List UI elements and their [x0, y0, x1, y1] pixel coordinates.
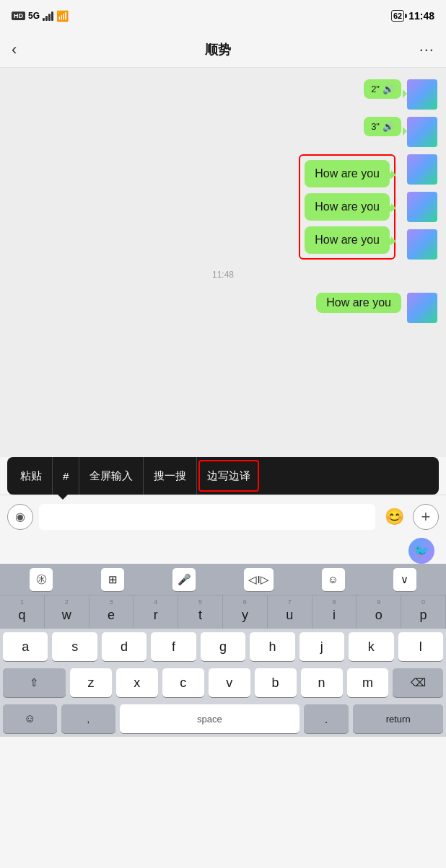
key-t[interactable]: 5t	[178, 595, 223, 629]
message-bubble-2[interactable]: How are you ▶	[305, 193, 390, 221]
time-display: 11:48	[408, 10, 434, 22]
key-p[interactable]: 0p	[401, 595, 446, 629]
bottom-row: ☺ , space . return	[0, 701, 446, 737]
toolbar-key-mic[interactable]: 🎤	[172, 568, 196, 591]
delete-key[interactable]: ⌫	[393, 668, 443, 697]
partial-text: How are you	[326, 296, 391, 309]
voice-duration-1: 2"	[371, 84, 380, 94]
mic-icon: 🎤	[178, 573, 191, 586]
key-b[interactable]: b	[255, 668, 297, 697]
hd-badge: HD	[12, 12, 25, 20]
chevron-down-icon: ∨	[401, 573, 408, 586]
voice-button[interactable]: ◉	[7, 504, 33, 530]
key-s[interactable]: s	[52, 632, 97, 661]
grid-icon: ⊞	[108, 573, 118, 586]
menu-item-search[interactable]: 搜一搜	[144, 457, 197, 495]
emoji-keyboard-key[interactable]: ☺	[3, 704, 57, 733]
bar3	[48, 14, 51, 21]
add-button[interactable]: +	[413, 504, 439, 530]
key-g[interactable]: g	[201, 632, 245, 661]
avatar-5	[407, 229, 437, 260]
selection-box: How are you ▶ How are you ▶ How are you …	[299, 154, 395, 260]
bar4	[51, 12, 53, 21]
input-area: ◉ 😊 +	[0, 495, 446, 538]
key-n[interactable]: n	[301, 668, 343, 697]
emoji-button[interactable]: 😊	[381, 504, 407, 530]
status-right: 62 11:48	[391, 10, 434, 22]
key-row-2: a s d f g h j k l	[0, 629, 446, 665]
key-v[interactable]: v	[209, 668, 250, 697]
menu-item-translate[interactable]: 边写边译	[198, 460, 259, 492]
selected-messages-group: How are you ▶ How are you ▶ How are you …	[9, 154, 437, 260]
translate-icon: 🐦	[414, 543, 429, 559]
wifi-icon: 📶	[56, 10, 69, 22]
message-bubble-1[interactable]: How are you ▶	[305, 160, 390, 187]
key-k[interactable]: k	[349, 632, 393, 661]
key-z[interactable]: z	[70, 668, 112, 697]
key-row-3: ⇧ z x c v b n m ⌫	[0, 665, 446, 701]
key-e[interactable]: 3e	[89, 595, 134, 629]
voice-bubble-1[interactable]: 2" 🔊	[364, 79, 401, 99]
more-button[interactable]: ···	[419, 40, 434, 59]
key-l[interactable]: l	[398, 632, 443, 661]
toolbar-key-ime[interactable]: ㊌	[30, 568, 53, 591]
key-x[interactable]: x	[116, 668, 158, 697]
key-r[interactable]: 4r	[134, 595, 178, 629]
toolbar-key-cursor[interactable]: ◁I▷	[244, 568, 273, 591]
keyboard-toolbar: ㊌ ⊞ 🎤 ◁I▷ ☺ ∨	[0, 564, 446, 595]
message-text-2: How are you	[315, 200, 380, 213]
voice-icon-1: 🔊	[382, 84, 394, 94]
key-q[interactable]: 1q	[0, 595, 45, 629]
message-input[interactable]	[39, 504, 375, 530]
voice-icon-2: 🔊	[382, 121, 394, 132]
key-d[interactable]: d	[102, 632, 147, 661]
key-j[interactable]: j	[299, 632, 344, 661]
emoji-icon: 😊	[385, 508, 404, 526]
key-u[interactable]: 7u	[268, 595, 312, 629]
partial-bubble: How are you	[316, 293, 401, 313]
keyboard: 1q 2w 3e 4r 5t 6y 7u 8i 9o 0p a s d f g …	[0, 595, 446, 737]
menu-item-paste[interactable]: 粘贴	[10, 457, 53, 495]
status-left: HD 5G 📶	[12, 10, 69, 22]
space-key[interactable]: space	[120, 704, 299, 733]
translate-avatar: 🐦	[408, 538, 434, 564]
message-text-1: How are you	[315, 167, 380, 180]
menu-item-hash[interactable]: #	[53, 457, 79, 495]
key-c[interactable]: c	[162, 668, 204, 697]
add-icon: +	[421, 508, 431, 526]
key-w[interactable]: 2w	[45, 595, 89, 629]
timestamp: 11:48	[9, 270, 437, 280]
nav-bar: ‹ 顺势 ···	[0, 32, 446, 68]
message-text-3: How are you	[315, 234, 380, 246]
toolbar-key-emoji[interactable]: ☺	[322, 568, 345, 591]
shift-key[interactable]: ⇧	[3, 668, 66, 697]
partial-message-row: How are you	[9, 293, 437, 323]
back-button[interactable]: ‹	[12, 40, 17, 59]
avatar-4	[407, 192, 437, 222]
translate-hint: 🐦	[0, 538, 446, 564]
message-row: 2" 🔊	[9, 79, 437, 110]
key-y[interactable]: 6y	[223, 595, 268, 629]
context-menu: 粘贴 # 全屏输入 搜一搜 边写边译	[7, 457, 439, 495]
message-bubble-3[interactable]: How are you ▶	[305, 226, 390, 254]
menu-item-fullscreen[interactable]: 全屏输入	[79, 457, 144, 495]
status-bar: HD 5G 📶 62 11:48	[0, 0, 446, 32]
voice-bubble-2[interactable]: 3" 🔊	[364, 117, 401, 136]
return-key[interactable]: return	[353, 704, 443, 733]
battery-indicator: 62	[391, 10, 404, 22]
period-key[interactable]: .	[304, 704, 349, 733]
toolbar-key-grid[interactable]: ⊞	[101, 568, 124, 591]
key-h[interactable]: h	[250, 632, 294, 661]
key-o[interactable]: 9o	[357, 595, 401, 629]
bar2	[45, 16, 48, 21]
chat-area: 2" 🔊 3" 🔊 How are you ▶ How are you ▶ Ho…	[0, 68, 446, 457]
toolbar-key-collapse[interactable]: ∨	[393, 568, 416, 591]
key-m[interactable]: m	[347, 668, 389, 697]
symbols-key[interactable]: ,	[61, 704, 115, 733]
key-i[interactable]: 8i	[312, 595, 357, 629]
key-f[interactable]: f	[151, 632, 196, 661]
smiley-icon: ☺	[328, 573, 338, 585]
key-a[interactable]: a	[3, 632, 48, 661]
ime-icon: ㊌	[36, 572, 47, 586]
chat-title: 顺势	[205, 41, 231, 58]
